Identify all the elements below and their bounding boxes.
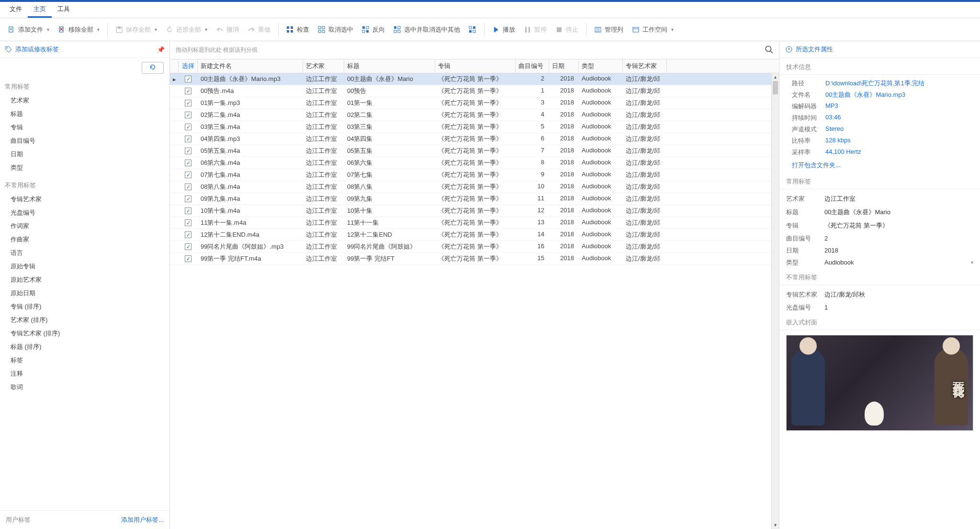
uncommon-tag-item[interactable]: 艺术家 (排序) bbox=[0, 313, 169, 327]
checkbox[interactable]: ✓ bbox=[185, 136, 191, 142]
uncommon-tag-item[interactable]: 作词家 bbox=[0, 219, 169, 233]
search-icon[interactable] bbox=[765, 45, 773, 55]
uncommon-tag-item[interactable]: 原始专辑 bbox=[0, 260, 169, 273]
col-artist[interactable]: 艺术家 bbox=[303, 59, 344, 73]
cover-art[interactable]: 死亡万花筒 bbox=[786, 335, 973, 431]
table-row[interactable]: ✓12第十二集END.m4a边江工作室12第十二集END《死亡万花筒 第一季》1… bbox=[170, 229, 779, 241]
uncommon-tag-item[interactable]: 标题 (排序) bbox=[0, 340, 169, 354]
table-row[interactable]: ✓02第二集.m4a边江工作室02第二集《死亡万花筒 第一季》42018Audi… bbox=[170, 109, 779, 121]
table-row[interactable]: ✓10第十集.m4a边江工作室10第十集《死亡万花筒 第一季》122018Aud… bbox=[170, 205, 779, 217]
grid-body[interactable]: ▸✓00主题曲《永昼》Mario.mp3边江工作室00主题曲《永昼》Mario《… bbox=[170, 73, 779, 529]
table-row[interactable]: ✓99第一季 完结FT.m4a边江工作室99第一季 完结FT《死亡万花筒 第一季… bbox=[170, 253, 779, 265]
workspace-button[interactable]: 工作空间▾ bbox=[628, 23, 677, 36]
common-tag-item[interactable]: 标题 bbox=[0, 107, 169, 121]
manage-columns-button[interactable]: 管理列 bbox=[590, 23, 627, 36]
pin-icon[interactable]: 📌 bbox=[157, 46, 165, 53]
col-title[interactable]: 标题 bbox=[344, 59, 435, 73]
field-artist-value[interactable]: 边江工作室 bbox=[822, 194, 973, 204]
col-album-artist[interactable]: 专辑艺术家 bbox=[623, 59, 667, 73]
field-type-value[interactable]: Audiobook bbox=[822, 258, 968, 267]
path-value[interactable]: D:\download\死亡万花筒.第1季.完结 bbox=[825, 79, 924, 88]
uncommon-tag-item[interactable]: 标签 bbox=[0, 354, 169, 367]
table-row[interactable]: ✓09第九集.m4a边江工作室09第九集《死亡万花筒 第一季》112018Aud… bbox=[170, 193, 779, 205]
scrollbar-thumb[interactable] bbox=[773, 81, 778, 94]
col-date[interactable]: 日期 bbox=[549, 59, 579, 73]
deselect-button[interactable]: 取消选中 bbox=[314, 23, 357, 36]
field-date-value[interactable]: 2018 bbox=[822, 246, 973, 255]
table-row[interactable]: ✓07第七集.m4a边江工作室07第七集《死亡万花筒 第一季》92018Audi… bbox=[170, 169, 779, 181]
table-row[interactable]: ✓99同名片尾曲《阿鼓姐》.mp3边江工作室99同名片尾曲《阿鼓姐》《死亡万花筒… bbox=[170, 241, 779, 253]
refresh-button[interactable] bbox=[142, 62, 164, 74]
scroll-down-arrow[interactable]: ▼ bbox=[772, 521, 779, 529]
field-track-value[interactable]: 2 bbox=[822, 234, 973, 243]
col-filename[interactable]: 新建文件名 bbox=[198, 59, 303, 73]
table-row[interactable]: ▸✓00主题曲《永昼》Mario.mp3边江工作室00主题曲《永昼》Mario《… bbox=[170, 73, 779, 85]
uncommon-tag-item[interactable]: 歌词 bbox=[0, 380, 169, 394]
checkbox[interactable]: ✓ bbox=[185, 88, 191, 94]
menu-file[interactable]: 文件 bbox=[4, 2, 28, 18]
checkbox[interactable]: ✓ bbox=[185, 243, 191, 250]
invert-button[interactable]: 反向 bbox=[358, 23, 389, 36]
row-checkbox-cell[interactable]: ✓ bbox=[179, 121, 198, 133]
check-button[interactable]: 检查 bbox=[282, 23, 313, 36]
play-button[interactable]: 播放 bbox=[488, 23, 519, 36]
row-checkbox-cell[interactable]: ✓ bbox=[179, 157, 198, 169]
col-type[interactable]: 类型 bbox=[579, 59, 623, 73]
col-select[interactable]: 选择 bbox=[179, 59, 198, 73]
checkbox[interactable]: ✓ bbox=[185, 148, 191, 154]
row-checkbox-cell[interactable]: ✓ bbox=[179, 133, 198, 145]
checkbox[interactable]: ✓ bbox=[185, 76, 191, 82]
filename-value[interactable]: 00主题曲《永昼》Mario.mp3 bbox=[825, 91, 905, 99]
menu-home[interactable]: 主页 bbox=[28, 2, 52, 18]
row-checkbox-cell[interactable]: ✓ bbox=[179, 73, 198, 85]
table-row[interactable]: ✓08第八集.m4a边江工作室08第八集《死亡万花筒 第一季》102018Aud… bbox=[170, 181, 779, 193]
row-checkbox-cell[interactable]: ✓ bbox=[179, 181, 198, 193]
row-checkbox-cell[interactable]: ✓ bbox=[179, 145, 198, 157]
common-tag-item[interactable]: 类型 bbox=[0, 161, 169, 174]
row-checkbox-cell[interactable]: ✓ bbox=[179, 97, 198, 109]
checkbox[interactable]: ✓ bbox=[185, 160, 191, 166]
checkbox[interactable]: ✓ bbox=[185, 124, 191, 130]
col-album[interactable]: 专辑 bbox=[435, 59, 516, 73]
select-others-button[interactable]: 选中并取消选中其他 bbox=[390, 23, 464, 36]
checkbox[interactable]: ✓ bbox=[185, 112, 191, 118]
table-row[interactable]: ✓06第六集.m4a边江工作室06第六集《死亡万花筒 第一季》82018Audi… bbox=[170, 157, 779, 169]
row-checkbox-cell[interactable]: ✓ bbox=[179, 229, 198, 241]
table-row[interactable]: ✓00预告.m4a边江工作室00预告《死亡万花筒 第一季》12018Audiob… bbox=[170, 85, 779, 97]
common-tag-item[interactable]: 专辑 bbox=[0, 121, 169, 134]
remove-all-button[interactable]: 移除全部▾ bbox=[54, 23, 103, 36]
uncommon-tag-item[interactable]: 注释 bbox=[0, 367, 169, 380]
checkbox[interactable]: ✓ bbox=[185, 231, 191, 238]
row-checkbox-cell[interactable]: ✓ bbox=[179, 85, 198, 97]
checkbox[interactable]: ✓ bbox=[185, 207, 191, 214]
table-row[interactable]: ✓01第一集.mp3边江工作室01第一集《死亡万花筒 第一季》32018Audi… bbox=[170, 97, 779, 109]
checkbox[interactable]: ✓ bbox=[185, 100, 191, 106]
checkbox[interactable]: ✓ bbox=[185, 255, 191, 262]
table-row[interactable]: ✓11第十一集.m4a边江工作室11第十一集《死亡万花筒 第一季》132018A… bbox=[170, 217, 779, 229]
uncommon-tag-item[interactable]: 专辑艺术家 (排序) bbox=[0, 327, 169, 340]
field-album-artist-value[interactable]: 边江/廓龙/邱秋 bbox=[822, 289, 973, 300]
type-dropdown-icon[interactable]: ▾ bbox=[971, 260, 973, 265]
row-checkbox-cell[interactable]: ✓ bbox=[179, 169, 198, 181]
common-tag-item[interactable]: 艺术家 bbox=[0, 94, 169, 107]
row-checkbox-cell[interactable]: ✓ bbox=[179, 205, 198, 217]
vertical-scrollbar[interactable]: ▲ ▼ bbox=[771, 73, 779, 529]
menu-tools[interactable]: 工具 bbox=[52, 2, 76, 18]
row-checkbox-cell[interactable]: ✓ bbox=[179, 253, 198, 264]
group-hint-bar[interactable]: 拖动列标题到此处 根据该列分组 bbox=[170, 41, 779, 59]
add-user-tag-link[interactable]: 添加用户标签... bbox=[121, 516, 164, 524]
uncommon-tag-item[interactable]: 光盘编号 bbox=[0, 206, 169, 219]
table-row[interactable]: ✓04第四集.mp3边江工作室04第四集《死亡万花筒 第一季》62018Audi… bbox=[170, 133, 779, 145]
common-tag-item[interactable]: 日期 bbox=[0, 148, 169, 161]
table-row[interactable]: ✓05第五集.m4a边江工作室05第五集《死亡万花筒 第一季》72018Audi… bbox=[170, 145, 779, 157]
col-track[interactable]: 曲目编号 bbox=[516, 59, 549, 73]
scroll-up-arrow[interactable]: ▲ bbox=[772, 73, 779, 81]
uncommon-tag-item[interactable]: 原始日期 bbox=[0, 287, 169, 300]
uncommon-tag-item[interactable]: 语言 bbox=[0, 246, 169, 260]
checkbox[interactable]: ✓ bbox=[185, 184, 191, 190]
grid-extra-button[interactable] bbox=[465, 23, 480, 36]
uncommon-tag-item[interactable]: 专辑 (排序) bbox=[0, 300, 169, 313]
open-folder-link[interactable]: 打开包含文件夹... bbox=[792, 161, 841, 169]
field-disc-value[interactable]: 1 bbox=[822, 303, 973, 312]
field-album-value[interactable]: 《死亡万花筒 第一季》 bbox=[822, 220, 973, 231]
